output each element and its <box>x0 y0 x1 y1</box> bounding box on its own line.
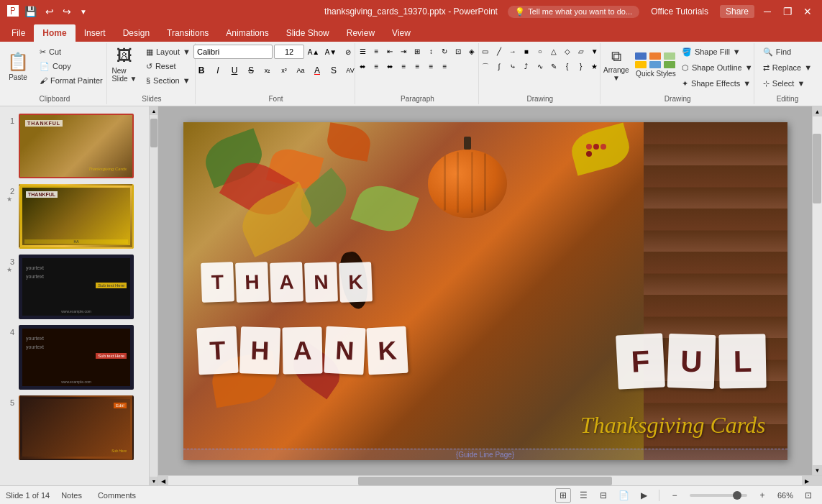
canvas-scroll-right[interactable]: ▶ <box>802 476 812 486</box>
format-painter-button[interactable]: 🖌 Format Painter <box>35 73 107 88</box>
italic-button[interactable]: I <box>210 63 226 78</box>
slide-image-1[interactable]: THANKFUL Thanksgiving Cards <box>19 114 134 178</box>
columns-button[interactable]: ⊞ <box>411 45 424 58</box>
select-button[interactable]: ⊹ Select ▼ <box>757 76 818 91</box>
canvas-v-scrollbar[interactable]: ▲ ▼ <box>812 106 822 475</box>
smartart-button[interactable]: ◈ <box>465 45 478 58</box>
shape-effects-button[interactable]: ✦ Shape Effects ▼ <box>677 76 757 91</box>
normal-view-button[interactable]: ⊞ <box>555 488 571 503</box>
justify-high-button[interactable]: ≡ <box>424 60 437 73</box>
shape-outline-button[interactable]: ⬡ Shape Outline ▼ <box>677 60 757 75</box>
slide-image-2[interactable]: THANKFUL HA <box>19 184 134 249</box>
slide-panel-scrollbar[interactable]: ▲ ▼ <box>149 106 157 485</box>
scroll-thumb[interactable] <box>150 119 157 147</box>
numbering-button[interactable]: ≡ <box>370 45 383 58</box>
shape-line[interactable]: ╱ <box>493 45 506 58</box>
slide-thumb-2[interactable]: 2 ★ THANKFUL HA <box>3 183 155 250</box>
share-button[interactable]: Share <box>720 5 754 18</box>
superscript-button[interactable]: x² <box>276 63 292 78</box>
increase-font-button[interactable]: A▲ <box>306 45 321 59</box>
restore-button[interactable]: ❐ <box>780 4 795 19</box>
slide-thumb-5[interactable]: 5 Edit! Sub Here <box>3 394 155 462</box>
close-button[interactable]: ✕ <box>800 4 815 19</box>
justify-button[interactable]: ≡ <box>397 60 410 73</box>
replace-button[interactable]: ⇄ Replace ▼ <box>757 60 818 75</box>
zoom-out-button[interactable]: − <box>667 488 682 503</box>
underline-button[interactable]: U <box>227 63 242 78</box>
justify-low-button[interactable]: ≡ <box>411 60 424 73</box>
shape-bracket[interactable]: { <box>561 60 574 73</box>
shape-connector[interactable]: ⤷ <box>506 60 519 73</box>
line-spacing-button[interactable]: ↕ <box>424 45 437 58</box>
text-direction-button[interactable]: ↻ <box>438 45 451 58</box>
shape-triangle[interactable]: △ <box>547 45 560 58</box>
decrease-indent-button[interactable]: ⇤ <box>383 45 396 58</box>
strikethrough-button[interactable]: S <box>243 63 259 78</box>
shape-diamond[interactable]: ◇ <box>561 45 574 58</box>
fit-window-button[interactable]: ⊡ <box>800 488 816 503</box>
find-button[interactable]: 🔍 Find <box>757 45 818 59</box>
subscript-button[interactable]: x₂ <box>260 63 275 78</box>
textcase-button[interactable]: Aa <box>293 63 309 78</box>
zoom-level[interactable]: 66% <box>775 491 796 500</box>
copy-button[interactable]: 📄 Copy <box>35 59 107 73</box>
redo-button[interactable]: ↪ <box>60 4 74 19</box>
paste-button[interactable]: 📋 Paste <box>2 45 34 88</box>
decrease-font-button[interactable]: A▼ <box>323 45 339 59</box>
font-size-input[interactable] <box>274 45 304 59</box>
zoom-thumb[interactable] <box>733 491 741 500</box>
slide-sorter-button[interactable]: ⊟ <box>595 488 611 503</box>
tab-view[interactable]: View <box>383 24 419 42</box>
slide-panel[interactable]: 1 THANKFUL Thanksgiving Cards 2 ★ THANKF… <box>0 106 158 485</box>
notes-button[interactable]: Notes <box>57 490 86 501</box>
zoom-slider[interactable] <box>690 494 747 497</box>
tab-insert[interactable]: Insert <box>76 24 114 42</box>
canvas-scroll-left[interactable]: ◀ <box>158 476 168 486</box>
h-scroll-thumb[interactable] <box>358 477 611 485</box>
align-center-button[interactable]: ≡ <box>370 60 383 73</box>
zoom-in-button[interactable]: + <box>754 488 770 503</box>
shape-fill-button[interactable]: 🪣 Shape Fill ▼ <box>677 45 757 59</box>
increase-indent-button[interactable]: ⇥ <box>397 45 410 58</box>
main-canvas-area[interactable]: T H A N K F U L <box>158 106 812 475</box>
canvas-scroll-thumb[interactable] <box>813 134 821 203</box>
tab-file[interactable]: File <box>3 24 34 42</box>
arrange-button[interactable]: ⧉ Arrange ▼ <box>598 45 634 85</box>
office-tutorials-link[interactable]: Office Tutorials <box>651 6 708 17</box>
section-button[interactable]: § Section ▼ <box>142 73 195 88</box>
tab-design[interactable]: Design <box>114 24 158 42</box>
slide-thumb-3[interactable]: 3 ★ yourtext yourtext Sub text Here www.… <box>3 253 155 321</box>
tell-me-area[interactable]: 💡 Tell me what you want to do... <box>508 6 639 18</box>
shape-circle[interactable]: ○ <box>534 45 547 58</box>
undo-button[interactable]: ↩ <box>42 4 57 19</box>
text-shadow-button[interactable]: S <box>326 63 342 78</box>
shape-curve[interactable]: ∫ <box>493 60 506 73</box>
font-color-button[interactable]: A <box>309 63 325 78</box>
new-slide-button[interactable]: 🖼 NewSlide ▼ <box>109 45 140 85</box>
tab-transitions[interactable]: Transitions <box>158 24 217 42</box>
scroll-up-button[interactable]: ▲ <box>150 106 158 115</box>
customize-button[interactable]: ▼ <box>77 6 90 17</box>
bullets-button[interactable]: ☰ <box>356 45 369 58</box>
shape-line2[interactable]: ⌒ <box>479 60 492 73</box>
shape-rect[interactable]: ▭ <box>479 45 492 58</box>
tab-home[interactable]: Home <box>34 24 75 42</box>
tab-review[interactable]: Review <box>338 24 383 42</box>
scroll-down-button[interactable]: ▼ <box>150 477 158 485</box>
slide-thumb-4[interactable]: 4 yourtext yourtext Sub text Here www.ex… <box>3 324 155 391</box>
outline-view-button[interactable]: ☰ <box>575 488 591 503</box>
reset-button[interactable]: ↺ Reset <box>142 59 195 73</box>
shape-bend[interactable]: ⤴ <box>520 60 533 73</box>
minimize-button[interactable]: ─ <box>760 4 775 19</box>
save-button[interactable]: 💾 <box>22 4 40 19</box>
font-name-input[interactable] <box>193 45 273 59</box>
slide-image-5[interactable]: Edit! Sub Here <box>19 395 134 460</box>
comments-button[interactable]: Comments <box>93 490 140 501</box>
clear-format-button[interactable]: ⊘ <box>340 45 356 59</box>
tab-animations[interactable]: Animations <box>217 24 277 42</box>
tab-slideshow[interactable]: Slide Show <box>278 24 338 42</box>
canvas-scroll-down[interactable]: ▼ <box>813 465 822 475</box>
bold-button[interactable]: B <box>193 63 209 78</box>
canvas-scroll-up[interactable]: ▲ <box>813 106 822 116</box>
shape-arrow[interactable]: → <box>506 45 519 58</box>
